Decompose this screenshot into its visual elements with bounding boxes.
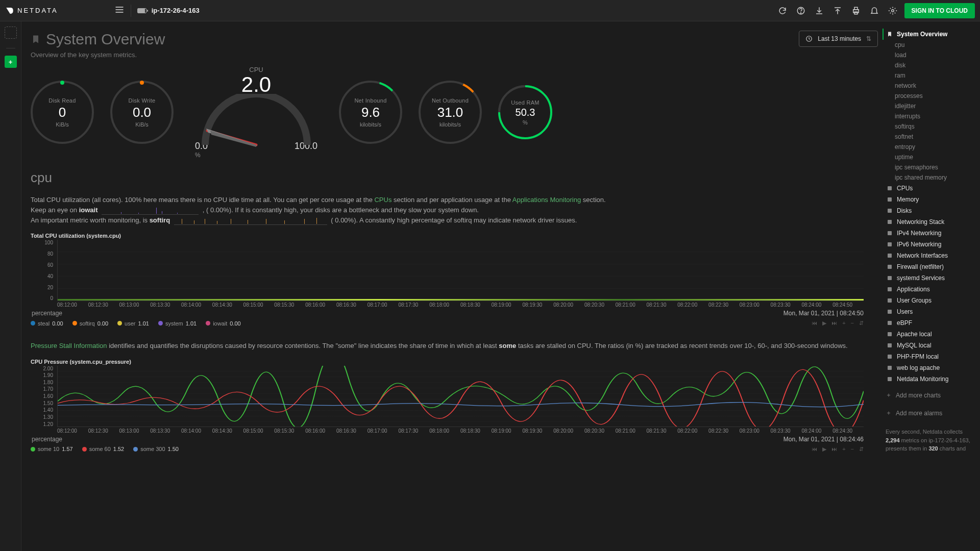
forward-button[interactable]: ⏭ bbox=[831, 320, 837, 327]
sidebar-sub-idlejitter[interactable]: idlejitter bbox=[883, 101, 976, 111]
svg-rect-15 bbox=[888, 231, 892, 235]
gauge-ram[interactable]: Used RAM 50.3 % bbox=[498, 85, 552, 139]
xaxis: 08:12:0008:12:3008:13:0008:13:3008:14:00… bbox=[57, 428, 864, 434]
sidebar-sub-entropy[interactable]: entropy bbox=[883, 142, 976, 152]
updown-button[interactable]: ⇵ bbox=[859, 320, 864, 327]
legend-item[interactable]: system1.01 bbox=[158, 320, 197, 327]
link-cpus[interactable]: CPUs bbox=[374, 196, 391, 204]
sidebar-label: MySQL local bbox=[897, 342, 932, 349]
bell-icon[interactable] bbox=[870, 6, 879, 15]
rewind-button[interactable]: ⏮ bbox=[812, 446, 817, 453]
sidebar-sub-uptime[interactable]: uptime bbox=[883, 152, 976, 162]
sidebar-sub-softirqs[interactable]: softirqs bbox=[883, 121, 976, 132]
print-icon[interactable] bbox=[851, 6, 861, 15]
legend-item[interactable]: some 3001.50 bbox=[133, 446, 179, 452]
play-button[interactable]: ▶ bbox=[822, 320, 826, 327]
shield-icon bbox=[887, 264, 893, 270]
plot-area[interactable] bbox=[57, 240, 864, 301]
gauge-cpu[interactable]: CPU 2.0 0.0% 100.0 bbox=[190, 66, 323, 159]
plus-button[interactable]: + bbox=[842, 320, 845, 327]
sidebar-sub-ipc-semaphores[interactable]: ipc semaphores bbox=[883, 162, 976, 172]
sidebar-section-php-fpm-local[interactable]: PHP-FPM local bbox=[883, 351, 976, 362]
host-selector[interactable]: ip-172-26-4-163 bbox=[137, 7, 200, 14]
minus-button[interactable]: − bbox=[851, 446, 854, 453]
updown-button[interactable]: ⇵ bbox=[859, 446, 864, 453]
sidebar-sub-interrupts[interactable]: interrupts bbox=[883, 111, 976, 121]
svg-rect-20 bbox=[888, 287, 892, 291]
gear-icon[interactable] bbox=[888, 6, 897, 15]
help-icon[interactable] bbox=[796, 6, 805, 15]
sidebar-sub-softnet[interactable]: softnet bbox=[883, 132, 976, 142]
sidebar-section-system-overview[interactable]: System Overview bbox=[883, 29, 976, 40]
netdata-icon bbox=[5, 6, 14, 15]
play-button[interactable]: ▶ bbox=[822, 446, 826, 453]
sidebar-section-firewall-netfilter-[interactable]: Firewall (netfilter) bbox=[883, 261, 976, 272]
brand-logo[interactable]: NETDATA bbox=[5, 6, 58, 15]
sidebar-sub-disk[interactable]: disk bbox=[883, 60, 976, 70]
sidebar-section-ebpf[interactable]: eBPF bbox=[883, 317, 976, 329]
gauge-net-in[interactable]: Net Inbound 9.6 kilobits/s bbox=[339, 81, 402, 144]
sidebar-section-systemd-services[interactable]: systemd Services bbox=[883, 272, 976, 284]
gauge-disk-read[interactable]: Disk Read 0 KiB/s bbox=[31, 81, 94, 144]
db-icon bbox=[887, 342, 893, 348]
sidebar-section-users[interactable]: Users bbox=[883, 306, 976, 317]
upload-icon[interactable] bbox=[833, 6, 842, 15]
sidebar-section-applications[interactable]: Applications bbox=[883, 284, 976, 295]
add-space-button[interactable]: + bbox=[5, 56, 17, 68]
chart-system-cpu[interactable]: 100806040200 08:12:0008:12:3008:13:0008:… bbox=[31, 240, 864, 308]
plot-area[interactable] bbox=[57, 366, 864, 427]
refresh-icon[interactable] bbox=[778, 6, 787, 15]
link-apps-monitoring[interactable]: Applications Monitoring bbox=[512, 196, 581, 204]
rewind-button[interactable]: ⏮ bbox=[812, 320, 817, 327]
sidebar-sub-network[interactable]: network bbox=[883, 81, 976, 91]
svg-rect-16 bbox=[888, 242, 892, 246]
legend-item[interactable]: user1.01 bbox=[117, 320, 149, 327]
sidebar-section-memory[interactable]: Memory bbox=[883, 194, 976, 205]
yaxis: 100806040200 bbox=[31, 240, 55, 301]
gauge-net-out[interactable]: Net Outbound 31.0 kilobits/s bbox=[419, 81, 482, 144]
signin-button[interactable]: SIGN IN TO CLOUD bbox=[904, 3, 975, 18]
timerange-picker[interactable]: Last 13 minutes ⇅ bbox=[799, 31, 878, 47]
sidebar-label: Memory bbox=[897, 196, 919, 203]
sidebar-sub-ipc-shared-memory[interactable]: ipc shared memory bbox=[883, 172, 976, 183]
sidebar-section-networking-stack[interactable]: Networking Stack bbox=[883, 216, 976, 228]
gauge-disk-write[interactable]: Disk Write 0.0 KiB/s bbox=[110, 81, 174, 144]
space-slot[interactable] bbox=[5, 27, 17, 39]
menu-toggle[interactable] bbox=[114, 5, 125, 16]
legend-item[interactable]: iowait0.00 bbox=[206, 320, 241, 327]
legend-item[interactable]: some 101.57 bbox=[31, 446, 73, 452]
pulse-icon bbox=[887, 320, 893, 326]
sidebar-section-network-interfaces[interactable]: Network Interfaces bbox=[883, 250, 976, 261]
legend-item[interactable]: some 601.52 bbox=[82, 446, 125, 452]
link-pressure[interactable]: Pressure Stall Information bbox=[31, 342, 107, 349]
sidebar-sub-cpu[interactable]: cpu bbox=[883, 40, 976, 50]
forward-button[interactable]: ⏭ bbox=[831, 446, 837, 453]
sidebar-section-mysql-local[interactable]: MySQL local bbox=[883, 340, 976, 351]
sidebar-label: Applications bbox=[897, 286, 930, 293]
sidebar-label: Disks bbox=[897, 207, 912, 214]
sidebar-section-cpus[interactable]: CPUs bbox=[883, 183, 976, 194]
sidebar-section-ipv6-networking[interactable]: IPv6 Networking bbox=[883, 239, 976, 250]
users-icon bbox=[887, 297, 893, 304]
minus-button[interactable]: − bbox=[851, 320, 854, 327]
legend-item[interactable]: steal0.00 bbox=[31, 320, 63, 327]
sidebar-sub-processes[interactable]: processes bbox=[883, 91, 976, 101]
add-charts-button[interactable]: ＋Add more charts bbox=[883, 388, 976, 403]
user-icon bbox=[887, 309, 893, 315]
sidebar-section-apache-local[interactable]: Apache local bbox=[883, 329, 976, 340]
add-alarms-button[interactable]: ＋Add more alarms bbox=[883, 406, 976, 420]
sidebar-section-ipv4-networking[interactable]: IPv4 Networking bbox=[883, 228, 976, 239]
sidebar-section-disks[interactable]: Disks bbox=[883, 205, 976, 216]
chart-cpu-pressure[interactable]: 2.001.901.801.701.601.501.401.301.20 08:… bbox=[31, 366, 864, 434]
sidebar-section-user-groups[interactable]: User Groups bbox=[883, 295, 976, 306]
download-icon[interactable] bbox=[815, 6, 824, 15]
sidebar-sub-load[interactable]: load bbox=[883, 50, 976, 60]
sidebar-label: Network Interfaces bbox=[897, 252, 948, 259]
sidebar-sub-ram[interactable]: ram bbox=[883, 70, 976, 81]
cloud-icon bbox=[887, 230, 893, 236]
plus-button[interactable]: + bbox=[842, 446, 845, 453]
sidebar-section-web-log-apache[interactable]: web log apache bbox=[883, 362, 976, 373]
sidebar-section-netdata-monitoring[interactable]: Netdata Monitoring bbox=[883, 373, 976, 385]
legend-item[interactable]: softirq0.00 bbox=[72, 320, 108, 327]
svg-rect-22 bbox=[888, 310, 892, 314]
